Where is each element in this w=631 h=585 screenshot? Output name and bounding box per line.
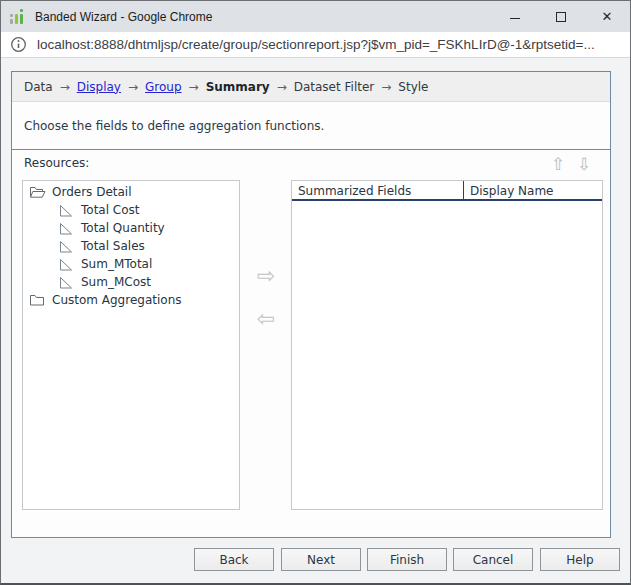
- next-button[interactable]: Next: [281, 548, 361, 571]
- column-header-summarized-fields: Summarized Fields: [292, 181, 464, 199]
- address-bar: localhost:8888/dhtmljsp/create/group/sec…: [1, 32, 630, 58]
- summary-field-icon: [58, 220, 75, 236]
- tree-item-label: Total Sales: [81, 239, 145, 253]
- summary-field-icon: [58, 238, 75, 254]
- tree-item-total-cost[interactable]: Total Cost: [23, 201, 239, 219]
- move-up-button[interactable]: ⇧: [548, 153, 568, 175]
- breadcrumb-step-style: Style: [398, 80, 428, 94]
- tree-item-label: Orders Detail: [52, 185, 132, 199]
- summary-table-header: Summarized Fields Display Name: [292, 181, 602, 201]
- window-titlebar[interactable]: Banded Wizard - Google Chrome ✕: [1, 1, 630, 32]
- back-button[interactable]: Back: [194, 548, 274, 571]
- folder-closed-icon: [29, 292, 46, 308]
- breadcrumb-step-summary: Summary: [206, 80, 270, 94]
- summary-field-icon: [58, 202, 75, 218]
- maximize-button[interactable]: [538, 1, 584, 32]
- arrow-down-icon: ⇩: [577, 154, 591, 174]
- wizard-panel: Data → Display → Group → Summary → Datas…: [11, 71, 611, 538]
- tree-item-label: Sum_MCost: [81, 275, 151, 289]
- minimize-icon: [510, 18, 520, 19]
- finish-button[interactable]: Finish: [367, 548, 447, 571]
- resources-tree-panel: Orders Detail Total Cost Total Quantity …: [22, 180, 240, 510]
- breadcrumb-arrow-icon: →: [60, 80, 70, 94]
- folder-open-icon: [29, 184, 46, 200]
- breadcrumb-step-display[interactable]: Display: [77, 80, 121, 94]
- breadcrumb-step-dataset-filter: Dataset Filter: [294, 80, 375, 94]
- tree-item-label: Sum_MTotal: [81, 257, 152, 271]
- close-icon: ✕: [602, 10, 613, 23]
- page-info-icon[interactable]: [10, 36, 27, 53]
- tree-item-total-quantity[interactable]: Total Quantity: [23, 219, 239, 237]
- resources-label: Resources:: [24, 156, 89, 170]
- add-field-button[interactable]: ⇨: [251, 265, 281, 287]
- maximize-icon: [556, 12, 566, 22]
- browser-window: Banded Wizard - Google Chrome ✕ localhos…: [0, 0, 631, 585]
- breadcrumb-step-data: Data: [24, 80, 53, 94]
- app-chart-bars-icon: [9, 8, 26, 25]
- tree-item-total-sales[interactable]: Total Sales: [23, 237, 239, 255]
- arrow-up-icon: ⇧: [551, 154, 565, 174]
- summary-field-icon: [58, 256, 75, 272]
- tree-item-sum-mcost[interactable]: Sum_MCost: [23, 273, 239, 291]
- tree-item-label: Total Quantity: [81, 221, 165, 235]
- instruction-text: Choose the fields to define aggregation …: [24, 119, 324, 133]
- tree-item-orders-detail[interactable]: Orders Detail: [23, 183, 239, 201]
- breadcrumb-arrow-icon: →: [189, 80, 199, 94]
- arrow-right-icon: ⇨: [257, 263, 275, 288]
- tree-item-label: Custom Aggregations: [52, 293, 182, 307]
- breadcrumb-step-group[interactable]: Group: [145, 80, 182, 94]
- summary-table: Summarized Fields Display Name: [291, 180, 603, 510]
- breadcrumb-arrow-icon: →: [277, 80, 287, 94]
- tree-item-custom-aggregations[interactable]: Custom Aggregations: [23, 291, 239, 309]
- help-button[interactable]: Help: [540, 548, 620, 571]
- breadcrumb-arrow-icon: →: [128, 80, 138, 94]
- breadcrumb-arrow-icon: →: [381, 80, 391, 94]
- instruction-band: Choose the fields to define aggregation …: [12, 103, 610, 150]
- breadcrumb: Data → Display → Group → Summary → Datas…: [12, 72, 610, 102]
- move-down-button[interactable]: ⇩: [574, 153, 594, 175]
- tree-item-label: Total Cost: [81, 203, 140, 217]
- remove-field-button[interactable]: ⇦: [251, 308, 281, 330]
- url-field[interactable]: localhost:8888/dhtmljsp/create/group/sec…: [37, 37, 595, 52]
- close-button[interactable]: ✕: [584, 1, 630, 32]
- window-title: Banded Wizard - Google Chrome: [35, 10, 212, 24]
- summary-field-icon: [58, 274, 75, 290]
- arrow-left-icon: ⇦: [257, 306, 275, 331]
- tree-item-sum-mtotal[interactable]: Sum_MTotal: [23, 255, 239, 273]
- column-header-display-name: Display Name: [464, 181, 602, 199]
- cancel-button[interactable]: Cancel: [453, 548, 533, 571]
- window-controls: ✕: [492, 1, 630, 32]
- summary-table-body: [292, 201, 602, 507]
- minimize-button[interactable]: [492, 1, 538, 32]
